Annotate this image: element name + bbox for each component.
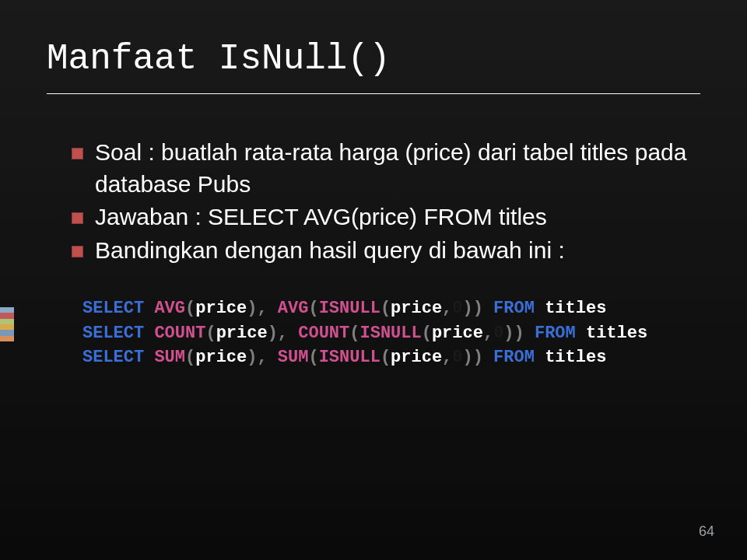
bullet-list: Soal : buatlah rata-rata harga (price) d…: [47, 137, 700, 266]
code-block: SELECT AVG(price), AVG(ISNULL(price,0)) …: [47, 297, 700, 369]
accent-bar: [0, 307, 14, 341]
bullet-item: Soal : buatlah rata-rata harga (price) d…: [78, 137, 700, 200]
code-line: SELECT COUNT(price), COUNT(ISNULL(price,…: [82, 322, 669, 345]
page-number: 64: [699, 523, 714, 540]
code-line: SELECT SUM(price), SUM(ISNULL(price,0)) …: [82, 346, 669, 369]
bullet-item: Bandingkan dengan hasil query di bawah i…: [78, 235, 700, 267]
code-line: SELECT AVG(price), AVG(ISNULL(price,0)) …: [82, 297, 669, 320]
slide: Manfaat IsNull() Soal : buatlah rata-rat…: [0, 0, 747, 560]
bullet-item: Jawaban : SELECT AVG(price) FROM titles: [78, 201, 700, 233]
title-rule: [47, 93, 700, 94]
slide-title: Manfaat IsNull(): [47, 39, 700, 79]
